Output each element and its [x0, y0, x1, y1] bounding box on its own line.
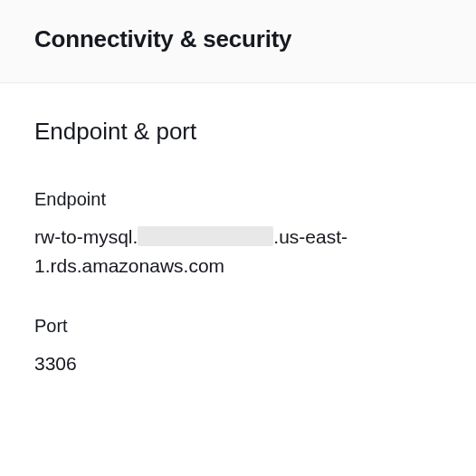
- endpoint-field: Endpoint rw-to-mysql..us-east-1.rds.amaz…: [34, 189, 442, 280]
- section-title: Endpoint & port: [34, 118, 442, 146]
- port-value: 3306: [34, 349, 442, 378]
- endpoint-value: rw-to-mysql..us-east-1.rds.amazonaws.com: [34, 223, 442, 280]
- port-label: Port: [34, 316, 442, 337]
- port-field: Port 3306: [34, 316, 442, 378]
- endpoint-prefix: rw-to-mysql.: [34, 226, 138, 247]
- content-panel: Endpoint & port Endpoint rw-to-mysql..us…: [0, 83, 476, 442]
- tab-header: Connectivity & security: [0, 0, 476, 83]
- tab-title: Connectivity & security: [34, 25, 442, 53]
- endpoint-label: Endpoint: [34, 189, 442, 210]
- endpoint-redacted: [138, 226, 273, 246]
